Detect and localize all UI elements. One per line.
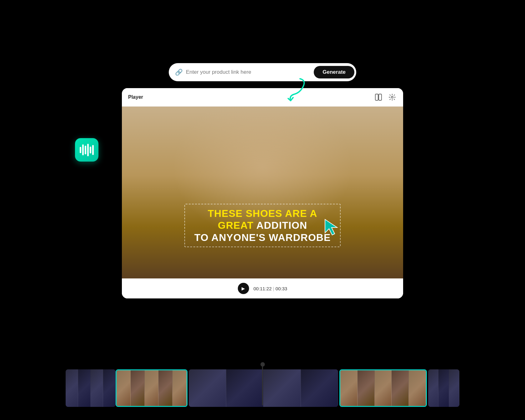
video-background: [122, 107, 403, 278]
video-cursor-arrow: [323, 218, 341, 238]
subtitle-normal: ADDITION: [254, 220, 307, 231]
filmstrip-frame: [103, 369, 116, 407]
current-time: 00:11:22 | 00:33: [253, 286, 287, 291]
filmstrip-frame: [189, 369, 226, 407]
filmstrip-segment-selected-right[interactable]: [339, 369, 427, 407]
filmstrip-frame: [91, 369, 103, 407]
play-icon: ▶: [242, 286, 245, 291]
squiggle-decoration: [281, 77, 309, 107]
filmstrip-frame: [301, 369, 338, 407]
filmstrip-frame: [438, 369, 449, 407]
audio-bar-6: [92, 145, 94, 155]
player-icon-group: [374, 92, 397, 102]
svg-rect-1: [379, 94, 382, 100]
filmstrip-frame: [172, 370, 187, 406]
video-area: THESE SHOES ARE A GREAT ADDITION TO ANYO…: [122, 107, 403, 278]
playback-controls: ▶ 00:11:22 | 00:33: [122, 278, 403, 298]
player-titlebar: Player: [122, 88, 403, 107]
audio-icon-widget: [75, 138, 98, 162]
filmstrip-frame: [117, 370, 131, 406]
svg-point-2: [391, 96, 393, 98]
audio-bar-2: [82, 144, 84, 155]
filmstrip-frame: [145, 370, 159, 406]
filmstrip-frame: [131, 370, 145, 406]
filmstrip-frame: [428, 369, 438, 407]
subtitle-overlay[interactable]: THESE SHOES ARE A GREAT ADDITION TO ANYO…: [184, 204, 341, 247]
filmstrip-frame: [78, 369, 91, 407]
layout-toggle-button[interactable]: [374, 92, 383, 102]
filmstrip-frame: [226, 369, 264, 407]
generate-button[interactable]: Generate: [314, 66, 354, 78]
audio-bar-1: [80, 147, 81, 153]
url-input-bar: 🔗 Generate: [169, 63, 356, 81]
player-title: Player: [128, 94, 143, 100]
subtitle-line2: TO ANYONE'S WARDROBE: [194, 232, 331, 243]
filmstrip-segment-right: [189, 369, 338, 407]
product-link-input[interactable]: [186, 69, 311, 75]
audio-bar-3: [85, 146, 86, 154]
filmstrip-frame: [358, 370, 375, 406]
filmstrip-frame: [375, 370, 392, 406]
filmstrip-frame: [66, 369, 78, 407]
filmstrip-frame: [409, 370, 426, 406]
filmstrip-left-dark: [66, 369, 116, 407]
filmstrip-frame: [158, 370, 172, 406]
subtitle-text: THESE SHOES ARE A GREAT ADDITION TO ANYO…: [191, 208, 334, 243]
filmstrip-segment-selected-left[interactable]: [116, 369, 188, 407]
timeline-playhead[interactable]: [262, 365, 263, 405]
audio-bar-5: [90, 147, 91, 153]
filmstrip-frame: [263, 369, 301, 407]
settings-button[interactable]: [388, 92, 397, 102]
filmstrip-frame: [392, 370, 409, 406]
filmstrip-far-right-dark: [428, 369, 459, 407]
play-button[interactable]: ▶: [238, 283, 249, 294]
link-icon: 🔗: [175, 68, 183, 76]
filmstrip-frame: [449, 369, 459, 407]
audio-bar-4: [87, 144, 89, 156]
player-window: Player: [122, 88, 403, 298]
audio-bars: [80, 144, 94, 156]
svg-rect-0: [375, 94, 378, 100]
filmstrip-frame: [340, 370, 358, 406]
